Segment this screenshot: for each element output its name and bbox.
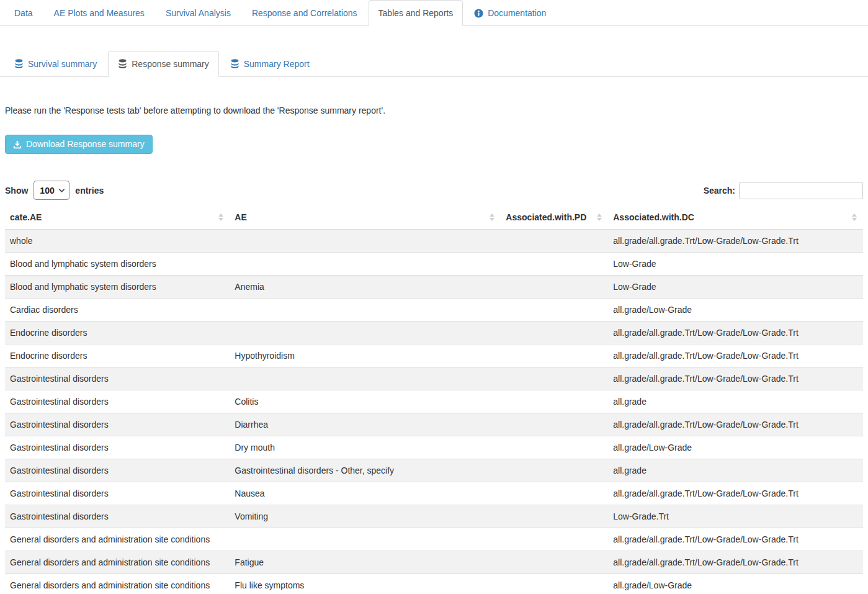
cell-associated-with-dc: all.grade/all.grade.Trt/Low-Grade/Low-Gr… [608,482,863,505]
cell-associated-with-dc: Low-Grade [608,253,863,276]
column-header-associated-with-pd[interactable]: Associated.with.PD [501,205,608,230]
tab-tables-and-reports: Tables and Reports [369,0,463,26]
cell-cate-ae: Endocrine disorders [5,322,230,344]
cell-ae [230,253,501,276]
cell-associated-with-dc: all.grade [608,459,863,482]
cell-associated-with-dc: all.grade/all.grade.Trt/Low-Grade/Low-Gr… [608,230,863,253]
table-row: General disorders and administration sit… [5,528,863,551]
cell-ae [230,367,501,390]
cell-cate-ae: General disorders and administration sit… [5,574,230,594]
column-header-cate-ae[interactable]: cate.AE [5,205,230,230]
cell-associated-with-dc: all.grade [608,390,863,413]
subtab-label: Survival summary [28,58,97,70]
cell-associated-with-pd [501,253,608,276]
cell-cate-ae: Blood and lymphatic system disorders [5,253,230,276]
tab-survival-analysis: Survival Analysis [156,0,241,26]
table-row: Gastrointestinal disorders Gastrointesti… [5,459,863,482]
subtab-survival-summary: Survival summary [4,51,107,77]
cell-ae: Gastrointestinal disorders - Other, spec… [230,459,501,482]
cell-ae [230,528,501,551]
cell-associated-with-pd [501,390,608,413]
cell-associated-with-dc: all.grade/Low-Grade [608,299,863,322]
cell-cate-ae: Gastrointestinal disorders [5,459,230,482]
length-suffix-label: entries [75,184,104,197]
table-row: Gastrointestinal disorders Colitis all.g… [5,390,863,413]
cell-ae: Hypothyroidism [230,344,501,367]
tab-ae-plots-and-measures: AE Plots and Measures [44,0,154,26]
cell-cate-ae: General disorders and administration sit… [5,528,230,551]
cell-cate-ae: Cardiac disorders [5,299,230,322]
search-label: Search: [704,184,735,197]
cell-associated-with-dc: Low-Grade [608,276,863,299]
cell-associated-with-pd [501,551,608,574]
main-navbar: Data AE Plots and Measures Survival Anal… [0,0,868,26]
download-response-summary-button[interactable]: Download Response summary [5,135,153,154]
tab-label: Documentation [488,7,546,19]
cell-associated-with-pd [501,436,608,459]
table-header-row: cate.AE AE Associated.with.PD Associated… [5,205,863,230]
search-input[interactable] [739,182,863,199]
database-icon [118,59,127,69]
length-menu: Show 100 entries [5,181,104,200]
response-summary-table: cate.AE AE Associated.with.PD Associated… [5,205,863,594]
cell-cate-ae: Gastrointestinal disorders [5,482,230,505]
table-row: Blood and lymphatic system disorders Ane… [5,276,863,299]
sort-icon [218,214,223,221]
cell-associated-with-dc: all.grade/all.grade.Trt/Low-Grade/Low-Gr… [608,551,863,574]
cell-cate-ae: whole [5,230,230,253]
cell-associated-with-dc: all.grade/Low-Grade [608,436,863,459]
database-icon [230,59,239,69]
cell-associated-with-pd [501,528,608,551]
tab-label: Data [14,7,33,19]
cell-cate-ae: General disorders and administration sit… [5,551,230,574]
table-row: General disorders and administration sit… [5,574,863,594]
subtab-label: Summary Report [244,58,310,70]
cell-cate-ae: Gastrointestinal disorders [5,436,230,459]
cell-ae: Diarrhea [230,413,501,436]
cell-ae: Flu like symptoms [230,574,501,594]
subtab-response-summary: Response summary [108,51,219,77]
table-row: Cardiac disorders all.grade/Low-Grade [5,299,863,322]
cell-associated-with-pd [501,322,608,344]
cell-cate-ae: Gastrointestinal disorders [5,505,230,528]
cell-associated-with-pd [501,413,608,436]
download-button-label: Download Response summary [26,138,145,150]
table-body: whole all.grade/all.grade.Trt/Low-Grade/… [5,230,863,594]
table-row: Endocrine disorders Hypothyroidism all.g… [5,344,863,367]
cell-ae: Colitis [230,390,501,413]
cell-cate-ae: Gastrointestinal disorders [5,390,230,413]
search-control: Search: [704,182,863,199]
cell-associated-with-dc: all.grade/all.grade.Trt/Low-Grade/Low-Gr… [608,344,863,367]
table-row: Gastrointestinal disorders Nausea all.gr… [5,482,863,505]
entries-select[interactable]: 100 [34,181,69,200]
cell-ae [230,299,501,322]
cell-cate-ae: Gastrointestinal disorders [5,367,230,390]
cell-associated-with-pd [501,299,608,322]
cell-associated-with-pd [501,276,608,299]
tab-response-and-correlations: Response and Correlations [242,0,367,26]
cell-associated-with-pd [501,344,608,367]
table-row: Gastrointestinal disorders Diarrhea all.… [5,413,863,436]
column-header-ae[interactable]: AE [230,205,501,230]
cell-ae: Vomiting [230,505,501,528]
tab-documentation: Documentation [464,0,556,26]
sort-icon [852,214,857,221]
table-row: whole all.grade/all.grade.Trt/Low-Grade/… [5,230,863,253]
cell-associated-with-dc: all.grade/Low-Grade [608,574,863,594]
cell-associated-with-dc: Low-Grade.Trt [608,505,863,528]
table-row: General disorders and administration sit… [5,551,863,574]
instruction-text: Please run the 'Response tests tab' befo… [5,104,863,117]
cell-associated-with-dc: all.grade/all.grade.Trt/Low-Grade/Low-Gr… [608,367,863,390]
cell-associated-with-dc: all.grade/all.grade.Trt/Low-Grade/Low-Gr… [608,528,863,551]
subtab-label: Response summary [132,58,209,70]
download-icon [13,140,22,149]
cell-associated-with-pd [501,574,608,594]
cell-associated-with-dc: all.grade/all.grade.Trt/Low-Grade/Low-Gr… [608,413,863,436]
cell-associated-with-pd [501,367,608,390]
column-header-associated-with-dc[interactable]: Associated.with.DC [608,205,863,230]
cell-cate-ae: Blood and lymphatic system disorders [5,276,230,299]
cell-associated-with-pd [501,459,608,482]
cell-cate-ae: Gastrointestinal disorders [5,413,230,436]
cell-associated-with-pd [501,482,608,505]
cell-cate-ae: Endocrine disorders [5,344,230,367]
